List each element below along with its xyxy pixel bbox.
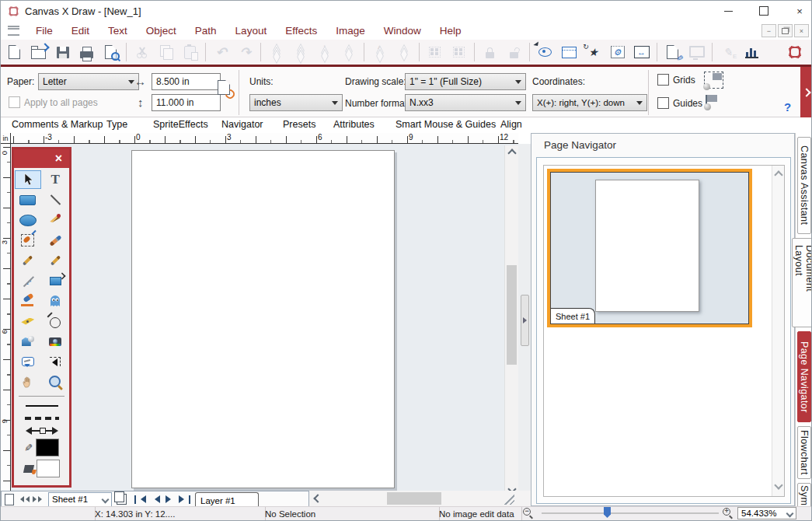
- camera-tool[interactable]: [42, 331, 70, 351]
- last-sheet-button[interactable]: [33, 496, 44, 502]
- open-button[interactable]: [26, 42, 51, 63]
- side-tab-page-navigator[interactable]: Page Navigator: [797, 331, 811, 422]
- maximize-button[interactable]: [757, 5, 771, 17]
- tab-presets[interactable]: Presets: [283, 119, 315, 130]
- scroll-left-icon[interactable]: [313, 494, 322, 502]
- pan-tool[interactable]: [14, 372, 42, 392]
- object-visibility-button[interactable]: [533, 42, 557, 63]
- splitter-handle[interactable]: [521, 295, 529, 346]
- print-button[interactable]: [75, 42, 99, 63]
- close-icon[interactable]: ×: [55, 152, 62, 165]
- duplicate-layer-icon[interactable]: [117, 494, 127, 505]
- line-tool[interactable]: [42, 190, 70, 210]
- rectangle-tool[interactable]: [14, 190, 42, 210]
- zoom-level-select[interactable]: 54.433%: [737, 507, 796, 519]
- tab-attributes[interactable]: Attributes: [333, 119, 375, 130]
- transform-tool[interactable]: [42, 271, 70, 291]
- fill-color-swatch[interactable]: [37, 460, 60, 477]
- guides-checkbox[interactable]: Guides: [657, 97, 702, 109]
- new-button[interactable]: [2, 42, 26, 63]
- side-tab-flowchart[interactable]: Flowchart: [797, 426, 811, 479]
- units-select[interactable]: inches: [249, 94, 343, 111]
- expand-panel-button[interactable]: [800, 67, 812, 117]
- sheet-selector[interactable]: Sheet #1: [48, 492, 112, 507]
- resize-button[interactable]: ↔: [629, 42, 653, 63]
- zoom-in-icon[interactable]: +: [723, 508, 733, 518]
- vertical-scrollbar[interactable]: [504, 145, 518, 498]
- circle-tool[interactable]: [42, 311, 70, 331]
- zoom-out-icon[interactable]: −: [523, 508, 533, 518]
- next-layer-button[interactable]: [162, 493, 177, 505]
- drawing-scale-select[interactable]: 1" = 1" (Full Size): [405, 73, 526, 90]
- menu-object[interactable]: Object: [137, 23, 186, 39]
- menu-help[interactable]: Help: [430, 23, 471, 39]
- menu-edit[interactable]: Edit: [62, 23, 99, 39]
- document-close-button[interactable]: ×: [794, 24, 809, 37]
- dimension-tool[interactable]: ↔: [14, 271, 42, 291]
- annotation-button[interactable]: ✎: [660, 42, 685, 63]
- stroke-style-solid[interactable]: [14, 400, 69, 412]
- sprite-effects-button[interactable]: ★↻: [581, 42, 605, 63]
- pen-tool[interactable]: [42, 210, 70, 230]
- stroke-color-swatch[interactable]: [36, 439, 59, 456]
- help-button[interactable]: ?: [784, 100, 791, 114]
- new-sheet-icon[interactable]: [5, 494, 14, 505]
- zoom-slider-track[interactable]: [542, 512, 719, 514]
- ink-dropper-tool[interactable]: [14, 250, 42, 271]
- menu-file[interactable]: File: [26, 23, 62, 39]
- close-button[interactable]: ×: [793, 5, 807, 17]
- document-restore-button[interactable]: [778, 24, 793, 37]
- print-preview-button[interactable]: [99, 42, 123, 63]
- scrollbar-thumb[interactable]: [387, 492, 441, 505]
- save-button[interactable]: [51, 42, 75, 63]
- tab-type[interactable]: Type: [106, 119, 127, 130]
- menu-text[interactable]: Text: [99, 23, 137, 39]
- layer-tab[interactable]: Layer #1: [195, 492, 259, 508]
- menu-image[interactable]: Image: [326, 23, 375, 39]
- tab-spriteeffects[interactable]: SpriteEffects: [153, 119, 208, 130]
- first-layer-button[interactable]: [133, 493, 148, 505]
- scroll-up-icon[interactable]: [507, 149, 516, 157]
- document-page[interactable]: [131, 150, 395, 488]
- window-options-button[interactable]: [557, 42, 581, 63]
- refresh-page-icon[interactable]: [218, 80, 230, 97]
- tab-navigator[interactable]: Navigator: [221, 119, 263, 130]
- render-tool[interactable]: [14, 331, 42, 351]
- highlighter-tool[interactable]: [14, 291, 42, 311]
- paper-height-input[interactable]: 11.000 in: [152, 94, 221, 111]
- eyedropper-tool[interactable]: [42, 250, 70, 271]
- first-sheet-button[interactable]: [19, 496, 30, 502]
- zoom-tool[interactable]: [42, 372, 70, 392]
- select-tool[interactable]: [15, 170, 41, 189]
- menu-effects[interactable]: Effects: [276, 23, 326, 39]
- side-tab-canvas-assistant[interactable]: Canvas Assistant: [797, 137, 811, 234]
- menu-layout[interactable]: Layout: [226, 23, 277, 39]
- scrollbar-thumb[interactable]: [507, 265, 517, 365]
- grids-checkbox[interactable]: Grids: [657, 74, 695, 86]
- canvas-area[interactable]: [11, 144, 518, 491]
- last-layer-button[interactable]: [177, 493, 192, 505]
- coordinates-select[interactable]: X(+): right, Y(+): down: [532, 94, 647, 111]
- previous-layer-button[interactable]: [148, 493, 162, 505]
- annotation-bubble-tool[interactable]: [14, 351, 42, 372]
- hamburger-icon[interactable]: [8, 26, 19, 36]
- document-minimize-button[interactable]: −: [761, 24, 776, 37]
- scroll-down-icon[interactable]: [774, 481, 782, 489]
- panel-splitter[interactable]: [518, 144, 531, 491]
- object-properties-button[interactable]: ⚙: [605, 42, 629, 63]
- knife-tool[interactable]: [14, 311, 42, 331]
- paper-width-input[interactable]: 8.500 in: [152, 73, 221, 90]
- sprite-tool[interactable]: [42, 291, 70, 311]
- side-tab-document-layout[interactable]: Document Layout: [792, 238, 812, 327]
- ellipse-tool[interactable]: [14, 210, 42, 230]
- stroke-style-dashed[interactable]: [14, 412, 69, 425]
- palette-header[interactable]: ×: [14, 149, 69, 168]
- menu-path[interactable]: Path: [186, 23, 226, 39]
- scroll-up-icon[interactable]: [774, 170, 782, 179]
- path-arrow-tool[interactable]: [42, 351, 70, 372]
- minimize-button[interactable]: [721, 5, 735, 17]
- page-thumbnail-selected[interactable]: Sheet #1: [547, 169, 752, 327]
- panel-scrollbar[interactable]: [772, 166, 784, 496]
- canvas-logo-button[interactable]: [782, 42, 807, 63]
- tab-smart-mouse-guides[interactable]: Smart Mouse & Guides: [396, 119, 496, 130]
